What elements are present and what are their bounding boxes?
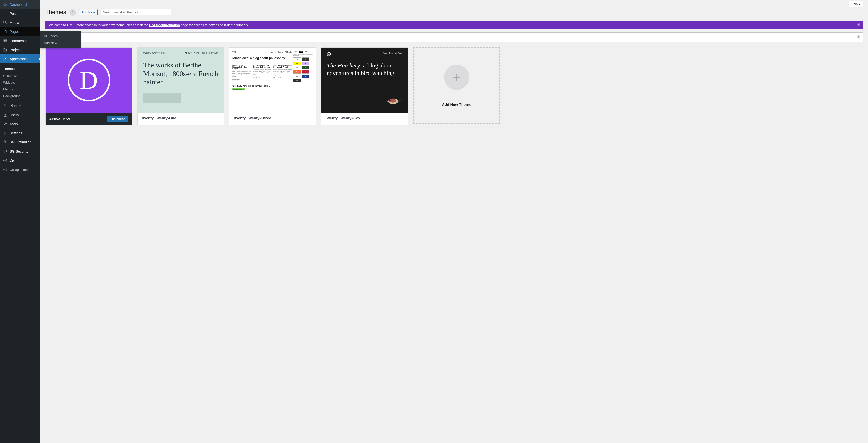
- wrench-icon: [2, 122, 7, 127]
- submenu-customize[interactable]: Customize: [0, 72, 40, 79]
- theme-card-twentytwentyone[interactable]: TWENTY TWENTY-ONE ABOUT WORK BLOG CONTAC…: [137, 47, 224, 125]
- main-content: Help ▾ Themes 4 Add New Welcome to Divi!…: [40, 0, 868, 128]
- menu-label: Users: [9, 113, 19, 117]
- page-icon: [2, 29, 7, 34]
- theme-card-divi[interactable]: D Active: Divi Customize: [45, 47, 132, 125]
- image-placeholder: [143, 93, 181, 103]
- menu-users[interactable]: Users: [0, 110, 40, 120]
- menu-label: Comments: [9, 39, 27, 43]
- dismiss-notice-button[interactable]: [857, 35, 861, 39]
- menu-media[interactable]: Media: [0, 18, 40, 27]
- menu-projects[interactable]: Projects: [0, 45, 40, 55]
- theme-footer: Twenty Twenty-One: [137, 112, 224, 123]
- add-new-button[interactable]: Add New: [79, 9, 98, 15]
- svg-point-14: [389, 99, 391, 102]
- theme-screenshot: TT3 About Books All Posts Mindblown: a b…: [229, 47, 316, 112]
- svg-rect-1: [5, 3, 6, 5]
- menu-label: Media: [9, 21, 19, 25]
- theme-card-twentytwentythree[interactable]: TT3 About Books All Posts Mindblown: a b…: [229, 47, 316, 125]
- svg-point-3: [4, 113, 6, 115]
- themes-grid: D Active: Divi Customize TWENTY TWENTY-O…: [40, 45, 868, 128]
- menu-pages[interactable]: Pages: [0, 27, 40, 36]
- theme-activated-notice: d. Visit site: [45, 32, 863, 42]
- theme-footer: Twenty Twenty-Three: [229, 112, 316, 123]
- theme-footer: Active: Divi Customize: [45, 112, 132, 125]
- top-bar: Help ▾: [40, 0, 868, 7]
- theme-footer: Twenty Twenty-Two: [321, 112, 408, 123]
- menu-plugins[interactable]: Plugins: [0, 101, 40, 110]
- admin-sidebar: Dashboard Posts Media Pages Comments Pro…: [0, 0, 40, 128]
- theme-screenshot: D: [45, 47, 132, 112]
- theme-name: Active: Divi: [49, 117, 70, 121]
- site-logo: ∞: [327, 52, 331, 56]
- divi-docs-link[interactable]: Divi Documentation: [149, 23, 180, 27]
- theme-name: Twenty Twenty-Three: [233, 116, 271, 120]
- menu-label: Posts: [9, 11, 19, 15]
- menu-label: Appearance: [9, 57, 29, 61]
- dashboard-icon: [2, 2, 7, 7]
- theme-name: Twenty Twenty-One: [141, 116, 176, 120]
- submenu-background[interactable]: Background: [0, 93, 40, 99]
- theme-screenshot: ∞ About Birds All Posts The Hatchery: a …: [321, 47, 408, 112]
- add-new-theme-label: Add New Theme: [442, 102, 471, 107]
- add-new-theme-card[interactable]: + Add New Theme: [413, 47, 500, 124]
- divi-welcome-notice: Welcome to Divi! Before diving in to you…: [45, 21, 863, 29]
- submenu-menus[interactable]: Menus: [0, 86, 40, 93]
- plug-icon: [2, 103, 7, 108]
- menu-dashboard[interactable]: Dashboard: [0, 0, 40, 9]
- menu-label: Tools: [9, 122, 18, 126]
- customize-button[interactable]: Customize: [106, 116, 128, 122]
- pages-flyout: All Pages Add New: [40, 31, 81, 48]
- page-header: Themes 4 Add New: [40, 7, 868, 21]
- media-icon: [2, 20, 7, 25]
- search-input[interactable]: [101, 9, 171, 15]
- page-title: Themes: [45, 9, 66, 15]
- theme-name: Twenty Twenty-Two: [325, 116, 360, 120]
- menu-comments[interactable]: Comments: [0, 36, 40, 45]
- divi-logo: D: [67, 59, 110, 101]
- flyout-add-new[interactable]: Add New: [40, 39, 81, 46]
- pin-icon: [2, 11, 7, 16]
- menu-posts[interactable]: Posts: [0, 9, 40, 18]
- appearance-submenu: Themes Customize Widgets Menus Backgroun…: [0, 63, 40, 101]
- menu-label: Plugins: [9, 104, 21, 108]
- theme-card-twentytwentytwo[interactable]: ∞ About Birds All Posts The Hatchery: a …: [321, 47, 408, 125]
- menu-tools[interactable]: Tools: [0, 120, 40, 128]
- theme-count-badge: 4: [69, 9, 76, 15]
- notice-text: Welcome to Divi! Before diving in to you…: [49, 23, 149, 27]
- bird-illustration: [384, 94, 402, 106]
- comment-icon: [2, 38, 7, 43]
- flyout-all-pages[interactable]: All Pages: [40, 33, 81, 39]
- menu-appearance[interactable]: Appearance: [0, 55, 40, 63]
- brush-icon: [2, 56, 7, 61]
- menu-label: Pages: [9, 30, 20, 34]
- help-button[interactable]: Help ▾: [848, 1, 863, 7]
- user-icon: [2, 112, 7, 117]
- plus-icon: +: [444, 65, 469, 90]
- menu-label: Dashboard: [9, 2, 27, 6]
- style-swatches: StylesLightDark Choose a different style…: [293, 50, 313, 109]
- theme-screenshot: TWENTY TWENTY-ONE ABOUT WORK BLOG CONTAC…: [137, 47, 224, 112]
- help-label: Help: [851, 2, 858, 6]
- submenu-themes[interactable]: Themes: [0, 65, 40, 72]
- dismiss-notice-button[interactable]: [857, 23, 861, 28]
- submenu-widgets[interactable]: Widgets: [0, 79, 40, 86]
- chevron-down-icon: ▾: [859, 2, 860, 6]
- notice-text-after: page for access to dozens of in-depth tu…: [180, 23, 249, 27]
- menu-label: Projects: [9, 48, 23, 52]
- projects-icon: [2, 47, 7, 53]
